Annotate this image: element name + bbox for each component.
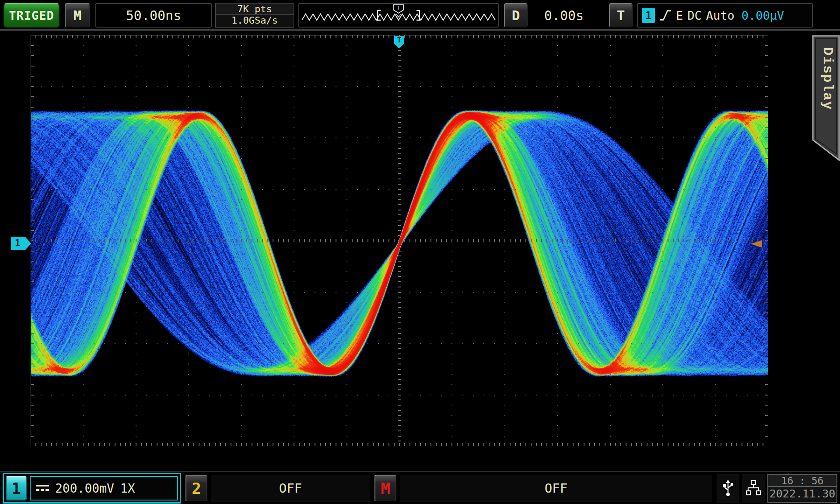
- sample-rate: 1.0GSa/s: [216, 15, 294, 26]
- math-status[interactable]: OFF: [400, 475, 712, 502]
- top-status-bar: TRIGED M 50.00ns 7K pts 1.0GSa/s T D 0.0…: [0, 0, 840, 31]
- preview-trigger-pointer: [396, 14, 401, 17]
- trigger-coupling: DC: [687, 9, 702, 22]
- waveform-canvas[interactable]: [31, 35, 768, 446]
- horizontal-menu-button[interactable]: M: [65, 3, 90, 28]
- clock-date: 2022.11.30: [768, 487, 836, 501]
- trigger-status-badge: TRIGED: [4, 3, 60, 28]
- channel1-probe: 1X: [120, 481, 135, 496]
- waveform-display-area: T 1: [31, 35, 768, 446]
- channel2-status[interactable]: OFF: [211, 475, 370, 502]
- display-menu-label[interactable]: Display: [820, 47, 835, 110]
- trigger-type: E: [676, 9, 683, 22]
- usb-icon: [722, 480, 734, 497]
- math-button[interactable]: M: [374, 475, 396, 502]
- channel2-button[interactable]: 2: [186, 475, 207, 502]
- trigger-mode: Auto: [706, 9, 735, 22]
- trigger-source-badge: 1: [642, 8, 655, 23]
- delay-menu-button[interactable]: D: [504, 3, 528, 28]
- trigger-menu-button[interactable]: T: [609, 3, 633, 28]
- memory-depth: 7K pts: [216, 4, 294, 15]
- channel1-ground-marker[interactable]: 1: [11, 237, 31, 250]
- delay-readout[interactable]: 0.00s: [532, 3, 596, 28]
- preview-trigger-flag-label: T: [397, 5, 400, 11]
- timebase-readout[interactable]: 50.00ns: [95, 3, 212, 28]
- channel1-scale: 200.00mV: [55, 481, 114, 496]
- acquisition-readout: 7K pts 1.0GSa/s: [215, 3, 294, 28]
- channel1-button[interactable]: 1: [6, 476, 27, 500]
- lan-status-box: [742, 474, 765, 503]
- rising-edge-icon: [659, 8, 672, 22]
- dc-coupling-icon: [36, 483, 52, 493]
- waveform-preview-strip[interactable]: T: [298, 3, 499, 28]
- trigger-level-readout: 0.00µV: [742, 9, 784, 22]
- channel1-group: 1 200.00mV 1X: [3, 473, 181, 504]
- usb-status-box: [717, 474, 739, 503]
- bottom-status-bar: 1 200.00mV 1X 2 OFF M OFF: [0, 471, 840, 504]
- trigger-info-box[interactable]: 1 E DC Auto 0.00µV: [637, 3, 813, 28]
- clock-box: 16 : 56 2022.11.30: [767, 474, 837, 503]
- lan-icon: [746, 480, 761, 497]
- channel1-readout[interactable]: 200.00mV 1X: [30, 476, 178, 500]
- clock-time: 16 : 56: [768, 475, 836, 487]
